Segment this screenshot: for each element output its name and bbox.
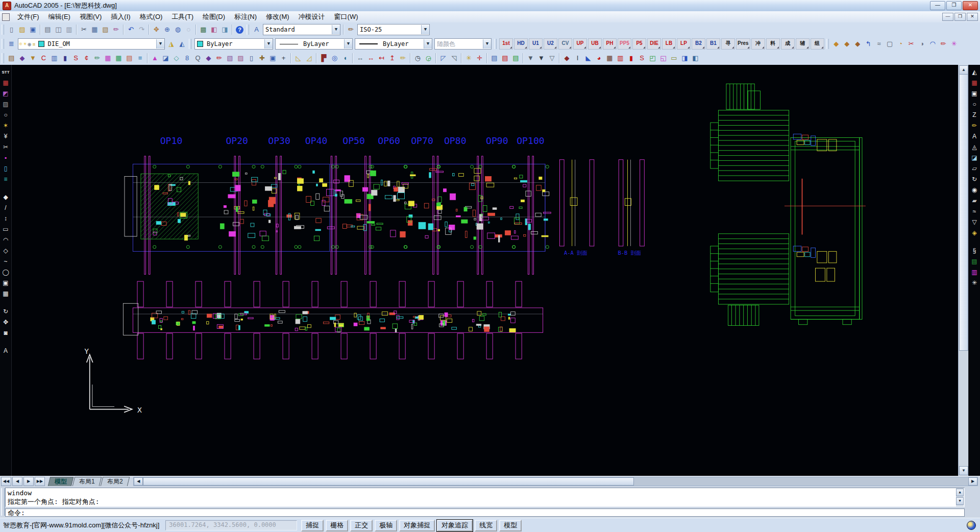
window-pos-icon[interactable]: ▣ bbox=[268, 54, 278, 63]
command-scrollbar[interactable]: ▲ ▼ bbox=[956, 488, 964, 506]
clock-icon[interactable]: ◷ bbox=[413, 54, 423, 63]
dim-update-icon[interactable]: ▲ bbox=[150, 54, 160, 63]
menu-item-1[interactable]: 编辑(E) bbox=[44, 12, 75, 22]
para-r-icon[interactable]: ▱ bbox=[970, 164, 979, 174]
toolbar-grip[interactable] bbox=[2, 53, 4, 63]
die-grid-icon[interactable]: ▦ bbox=[605, 54, 615, 63]
die-button-U1[interactable]: U1 bbox=[529, 38, 543, 50]
book-icon[interactable]: ◆ bbox=[204, 54, 213, 63]
tab-nav-0[interactable]: ◀◀ bbox=[1, 477, 11, 486]
quick-dim-icon[interactable]: 8 bbox=[182, 54, 192, 63]
dim-marker-icon[interactable]: ✏ bbox=[398, 54, 408, 63]
vertical-scrollbar[interactable]: ▲ ▼ bbox=[958, 65, 968, 476]
block-colors-icon[interactable]: ▦ bbox=[114, 54, 124, 63]
color-dropdown[interactable]: ByLayer ▼ bbox=[194, 38, 273, 50]
menu-item-2[interactable]: 视图(V) bbox=[75, 12, 106, 22]
star-tool-icon[interactable]: ✶ bbox=[1, 121, 11, 131]
grid-tool-icon[interactable]: ▦ bbox=[970, 78, 979, 88]
tab-nav-1[interactable]: ◀ bbox=[12, 477, 22, 486]
tab-模型[interactable]: 模型 bbox=[48, 477, 74, 486]
node-red-icon[interactable]: ✛ bbox=[475, 54, 484, 63]
sec-r-icon[interactable]: § bbox=[970, 246, 979, 256]
die-half-icon[interactable]: ◨ bbox=[680, 54, 690, 63]
toggle-捕捉[interactable]: 捕捉 bbox=[301, 520, 324, 531]
die-button-HD[interactable]: HD bbox=[514, 38, 528, 50]
tab-布局2[interactable]: 布局2 bbox=[100, 477, 129, 486]
scroll-up-icon[interactable]: ▲ bbox=[956, 489, 964, 496]
color-grid-icon[interactable]: ▦ bbox=[1, 78, 11, 88]
paste-icon[interactable]: ▧ bbox=[101, 25, 110, 34]
gem-r-icon[interactable]: ◈ bbox=[970, 228, 979, 238]
lineweight-dropdown[interactable]: ByLayer ▼ bbox=[355, 38, 432, 50]
table-tool-icon[interactable]: ▦ bbox=[1, 289, 11, 299]
target-r-icon[interactable]: ◉ bbox=[970, 185, 979, 195]
wave-r-icon[interactable]: ≈ bbox=[970, 207, 979, 216]
edit-sheet-icon[interactable]: ▨ bbox=[236, 54, 246, 63]
toggle-极轴[interactable]: 极轴 bbox=[375, 520, 397, 531]
currency-tool-icon[interactable]: ¥ bbox=[1, 132, 11, 141]
insert-block-icon[interactable]: ▣ bbox=[1, 278, 11, 288]
save-icon[interactable]: ▣ bbox=[28, 25, 38, 34]
window-tool-icon[interactable]: ▣ bbox=[970, 89, 979, 99]
circle-tool-icon[interactable]: ○ bbox=[1, 110, 11, 120]
toolbar-grip[interactable] bbox=[247, 25, 249, 35]
die-button-B2[interactable]: B2 bbox=[692, 38, 705, 50]
punch1-icon[interactable]: ▼ bbox=[526, 54, 535, 63]
undo-icon[interactable]: ↶ bbox=[126, 25, 136, 34]
chamfer-icon[interactable]: ◸ bbox=[438, 54, 448, 63]
vertical-scroll-thumb[interactable] bbox=[959, 74, 968, 351]
die-block2-icon[interactable]: ◆ bbox=[842, 39, 852, 49]
menu-item-8[interactable]: 修改(M) bbox=[261, 12, 294, 22]
draw-line-icon[interactable]: / bbox=[1, 203, 11, 213]
radius-icon[interactable]: ◠ bbox=[928, 39, 938, 49]
redline-icon[interactable]: ✏ bbox=[214, 54, 224, 63]
ucs-move-icon[interactable]: ◿ bbox=[304, 54, 314, 63]
scroll-left-icon[interactable]: ◀ bbox=[134, 477, 143, 486]
command-history[interactable]: window 指定第一个角点: 指定对角点: ▲ ▼ bbox=[5, 488, 965, 507]
mag-r-icon[interactable]: ▥ bbox=[970, 268, 979, 277]
tab-nav-2[interactable]: ▶ bbox=[23, 477, 34, 486]
style-list-icon[interactable]: ▥ bbox=[50, 54, 59, 63]
toolbar-grip[interactable] bbox=[2, 39, 4, 49]
toggle-正交[interactable]: 正交 bbox=[350, 520, 373, 531]
publish-icon[interactable]: ▥ bbox=[64, 25, 74, 34]
catalog-icon[interactable]: ▮ bbox=[60, 54, 70, 63]
stamp-icon[interactable]: ✏ bbox=[92, 54, 102, 63]
copy-icon[interactable]: ▦ bbox=[90, 25, 100, 34]
palette-icon[interactable]: ◩ bbox=[1, 89, 11, 99]
die-button-冲[interactable]: 冲 bbox=[751, 38, 765, 50]
point-marker-icon[interactable]: ▪ bbox=[1, 153, 11, 163]
text-style-dropdown[interactable]: Standard▼ bbox=[263, 24, 340, 35]
toggle-对象追踪[interactable]: 对象追踪 bbox=[437, 520, 473, 531]
point-style-icon[interactable]: ◆ bbox=[17, 54, 27, 63]
plot-icon[interactable]: ▤ bbox=[43, 25, 53, 34]
pencil-r-icon[interactable]: ✏ bbox=[970, 121, 979, 131]
hatch-icon[interactable]: ▨ bbox=[1, 100, 11, 109]
match-properties-icon[interactable]: ✏ bbox=[111, 25, 121, 34]
text-r-icon[interactable]: A bbox=[970, 132, 979, 141]
punch2-icon[interactable]: ▼ bbox=[536, 54, 546, 63]
concentric-icon[interactable]: ◎ bbox=[330, 54, 339, 63]
close-button[interactable]: ✕ bbox=[963, 1, 978, 10]
toolbar-grip[interactable] bbox=[494, 39, 497, 49]
annotate-tool-icon[interactable]: ◭ bbox=[970, 67, 979, 77]
toggle-对象捕捉[interactable]: 对象捕捉 bbox=[399, 520, 435, 531]
toolbar-grip[interactable] bbox=[2, 25, 4, 35]
die-dial-icon[interactable]: ◕ bbox=[594, 54, 604, 63]
rotate-tool-icon[interactable]: ↻ bbox=[1, 307, 11, 317]
die-button-UB[interactable]: UB bbox=[588, 38, 602, 50]
dim-style-manager-icon[interactable]: ✏ bbox=[346, 25, 356, 34]
horizontal-scroll-thumb[interactable] bbox=[143, 477, 634, 486]
hammer-icon[interactable]: ✚ bbox=[257, 54, 267, 63]
menu-item-5[interactable]: 工具(T) bbox=[167, 12, 198, 22]
die-pin-icon[interactable]: I bbox=[573, 54, 582, 63]
menu-item-3[interactable]: 插入(I) bbox=[106, 12, 135, 22]
table-red-icon[interactable]: ▤ bbox=[500, 54, 510, 63]
die-button-成[interactable]: 成 bbox=[781, 38, 795, 50]
menu-item-4[interactable]: 格式(O) bbox=[135, 12, 167, 22]
child-close-button[interactable]: ✕ bbox=[967, 13, 978, 21]
qselect-icon[interactable]: Q bbox=[193, 54, 203, 63]
die-band-icon[interactable]: ▭ bbox=[669, 54, 679, 63]
door-icon[interactable]: ▯ bbox=[247, 54, 256, 63]
make-layer-current-icon[interactable]: ◮ bbox=[166, 39, 176, 49]
